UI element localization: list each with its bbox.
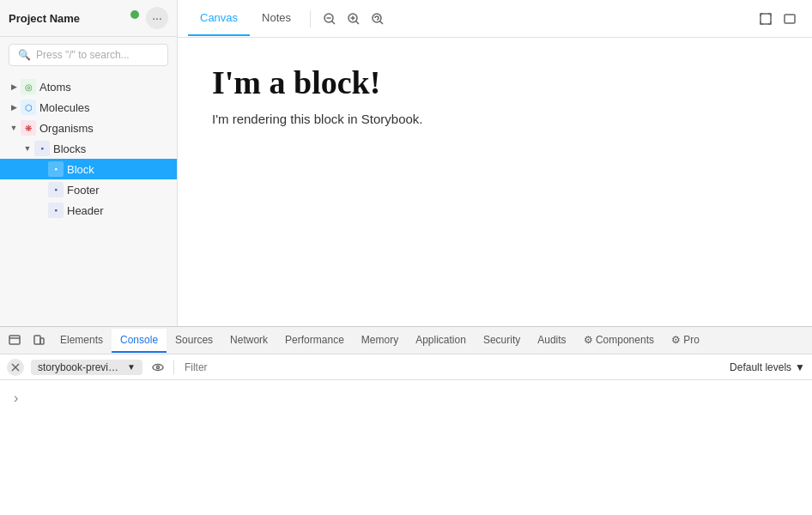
molecule-icon: ⬡ <box>21 100 36 115</box>
svg-rect-9 <box>760 14 771 24</box>
sidebar-item-label: Footer <box>67 184 100 197</box>
svg-rect-14 <box>40 338 44 344</box>
context-selector-label: storybook-preview... <box>38 361 124 373</box>
tab-security[interactable]: Security <box>475 329 529 353</box>
blocks-icon: ▪ <box>34 141 50 156</box>
filter-input[interactable] <box>179 360 724 375</box>
navigation-tree: ▶ ◎ Atoms ▶ ⬡ Molecules ▼ ❋ Organisms <box>0 73 177 326</box>
sidebar-header: Project Name ··· <box>0 0 177 37</box>
organism-icon: ❋ <box>21 120 36 136</box>
sidebar-item-blocks[interactable]: ▼ ▪ Blocks <box>0 138 177 159</box>
status-indicator <box>122 9 141 27</box>
expand-icon: › <box>14 391 18 406</box>
sidebar-item-label: Molecules <box>39 101 90 114</box>
tab-memory[interactable]: Memory <box>353 329 407 353</box>
svg-line-4 <box>356 21 360 24</box>
chevron-down-icon: ▼ <box>127 362 136 372</box>
project-name: Project Name <box>9 12 80 25</box>
sidebar-item-atoms[interactable]: ▶ ◎ Atoms <box>0 76 177 97</box>
sidebar-item-header[interactable]: ▪ Header <box>0 200 177 221</box>
sidebar-item-label: Organisms <box>39 122 94 135</box>
tab-profiler[interactable]: ⚙ Pro <box>663 329 708 353</box>
fullscreen-button[interactable] <box>778 7 802 31</box>
reset-zoom-button[interactable] <box>366 7 390 31</box>
svg-point-17 <box>153 364 163 370</box>
svg-rect-10 <box>785 15 795 23</box>
footer-icon: ▪ <box>48 182 64 197</box>
arrow-icon: ▶ <box>7 82 21 91</box>
block-icon: ▪ <box>48 161 64 177</box>
tab-network[interactable]: Network <box>221 329 276 353</box>
eye-button[interactable] <box>148 357 168 378</box>
sidebar-item-block[interactable]: ▪ Block <box>0 159 177 179</box>
status-dot <box>130 10 139 19</box>
tab-console[interactable]: Console <box>112 329 167 353</box>
tab-application[interactable]: Application <box>407 329 475 353</box>
sidebar-item-label: Atoms <box>39 81 71 94</box>
search-icon: 🔍 <box>18 49 31 61</box>
device-toolbar-button[interactable] <box>27 330 50 352</box>
inspect-element-button[interactable] <box>3 330 26 352</box>
svg-rect-11 <box>9 336 20 344</box>
levels-chevron-icon: ▼ <box>795 361 805 373</box>
sidebar-item-label: Header <box>67 204 104 217</box>
sidebar-item-footer[interactable]: ▪ Footer <box>0 179 177 200</box>
arrow-icon: ▼ <box>7 124 21 132</box>
zoom-in-button[interactable] <box>342 7 366 31</box>
console-expand-row[interactable]: › <box>7 387 805 409</box>
devtools-panel: Elements Console Sources Network Perform… <box>0 326 812 515</box>
tab-elements[interactable]: Elements <box>52 329 112 353</box>
devtools-toolbar: storybook-preview... ▼ Default levels ▼ <box>0 354 812 380</box>
tab-canvas[interactable]: Canvas <box>188 1 250 36</box>
svg-rect-13 <box>34 336 40 344</box>
sidebar-item-molecules[interactable]: ▶ ⬡ Molecules <box>0 97 177 118</box>
zoom-out-button[interactable] <box>318 7 342 31</box>
sidebar-header-actions: ··· <box>122 7 168 29</box>
svg-point-18 <box>156 366 159 368</box>
block-subtitle: I'm rendering this block in Storybook. <box>212 112 778 126</box>
block-title: I'm a block! <box>212 64 778 101</box>
default-levels-selector[interactable]: Default levels ▼ <box>730 361 805 373</box>
tab-components[interactable]: ⚙ Components <box>575 329 663 353</box>
header-icon: ▪ <box>48 203 64 218</box>
toolbar-separator <box>310 10 311 27</box>
arrow-icon: ▼ <box>21 144 34 153</box>
clear-console-button[interactable] <box>7 359 24 376</box>
sidebar: Project Name ··· 🔍 Press "/" to search..… <box>0 0 178 326</box>
main-area: Canvas Notes <box>178 0 812 326</box>
tab-performance[interactable]: Performance <box>276 329 353 353</box>
atom-icon: ◎ <box>21 79 36 94</box>
context-selector[interactable]: storybook-preview... ▼ <box>31 360 142 375</box>
filter-separator <box>173 360 174 374</box>
levels-label: Default levels <box>730 361 791 373</box>
arrow-icon: ▶ <box>7 103 21 112</box>
sidebar-item-label: Block <box>67 163 94 176</box>
sidebar-item-label: Blocks <box>53 142 86 155</box>
svg-line-8 <box>380 21 384 24</box>
canvas-content: I'm a block! I'm rendering this block in… <box>178 38 812 326</box>
tab-audits[interactable]: Audits <box>529 329 574 353</box>
more-options-button[interactable]: ··· <box>146 7 168 29</box>
search-placeholder: Press "/" to search... <box>36 49 130 61</box>
svg-line-1 <box>332 21 336 24</box>
tab-notes[interactable]: Notes <box>250 1 303 36</box>
fit-screen-button[interactable] <box>754 7 778 31</box>
search-box[interactable]: 🔍 Press "/" to search... <box>9 44 168 66</box>
sidebar-item-organisms[interactable]: ▼ ❋ Organisms <box>0 118 177 138</box>
tab-sources[interactable]: Sources <box>167 329 221 353</box>
devtools-content: › <box>0 380 812 515</box>
devtools-tab-bar: Elements Console Sources Network Perform… <box>0 327 812 354</box>
canvas-toolbar: Canvas Notes <box>178 0 812 38</box>
